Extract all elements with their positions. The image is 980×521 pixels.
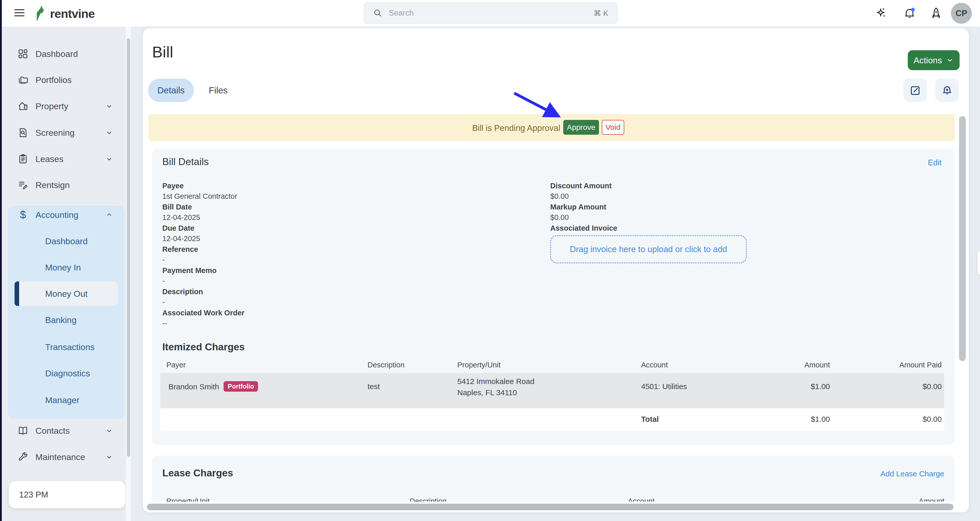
field-value: $0.00	[550, 192, 569, 200]
sidebar-item-money-in[interactable]: Money In	[8, 255, 125, 280]
sidebar-item-dashboard[interactable]: Dashboard	[8, 41, 125, 67]
add-reminder-button[interactable]	[935, 79, 959, 102]
field-label: Reference	[162, 245, 198, 254]
note-pencil-icon	[909, 84, 921, 97]
dashboard-icon	[17, 48, 29, 60]
row-amount: $1.00	[811, 382, 830, 391]
maintenance-wrench-icon	[17, 451, 29, 463]
sidebar-item-accounting[interactable]: $ Accounting	[8, 202, 125, 227]
row-payer: Brandon SmithPortfolio	[169, 381, 258, 392]
row-property-line2: Naples, FL 34110	[457, 388, 517, 397]
sidebar-item-maintenance[interactable]: Maintenance	[8, 444, 125, 470]
field-label: Associated Invoice	[550, 224, 617, 232]
sidebar-item-portfolios[interactable]: Portfolios	[8, 67, 125, 93]
field-value: --	[162, 319, 167, 327]
tab-details-label: Details	[158, 85, 185, 95]
tab-details[interactable]: Details	[148, 79, 194, 102]
chevron-down-icon	[105, 155, 114, 163]
bell-plus-icon	[941, 84, 953, 97]
field-label: Bill Date	[162, 203, 192, 211]
row-description: test	[368, 382, 380, 391]
field-label: Payee	[162, 182, 184, 190]
rentvine-logo-icon	[36, 6, 48, 21]
payer-name: Brandon Smith	[169, 383, 219, 391]
sidebar-label: Accounting	[35, 210, 105, 220]
search-input[interactable]	[388, 8, 593, 18]
column-header-description: Description	[368, 361, 404, 369]
sidebar-item-contacts[interactable]: Contacts	[8, 418, 125, 443]
sidebar-label: Rentsign	[35, 180, 125, 190]
edit-bill-link[interactable]: Edit	[928, 158, 942, 167]
sidebar-item-transactions[interactable]: Transactions	[8, 334, 125, 360]
rentvine-logo-text: rentvine	[50, 6, 95, 21]
sidebar-label: Property	[35, 101, 105, 111]
global-search: ⌘ K	[364, 2, 617, 24]
row-account: 4501: Utilities	[641, 382, 687, 391]
tab-files-label: Files	[209, 85, 228, 95]
leases-icon	[17, 153, 29, 165]
void-button[interactable]: Void	[602, 120, 624, 135]
add-lease-charge-link[interactable]: Add Lease Charge	[880, 469, 944, 478]
vertical-scrollbar-thumb[interactable]	[959, 116, 966, 361]
sidebar-label: Dashboard	[35, 49, 125, 59]
whats-new-rocket-button[interactable]	[929, 6, 943, 20]
ai-sparkles-button[interactable]	[876, 7, 889, 20]
notifications-bell-button[interactable]	[903, 6, 916, 20]
sidebar-item-manager[interactable]: Manager	[8, 387, 125, 413]
chevron-down-icon	[105, 102, 114, 111]
search-icon	[373, 8, 383, 18]
itemized-charges-heading: Itemized Charges	[162, 342, 245, 353]
window-edge-strip	[0, 0, 2, 521]
page-title: Bill	[152, 43, 173, 61]
sidebar-item-leases[interactable]: Leases	[8, 146, 125, 172]
invoice-upload-dropzone[interactable]: Drag invoice here to upload or click to …	[550, 235, 747, 263]
field-value: 1st General Contractor	[162, 192, 237, 200]
upload-text: Drag invoice here to upload or click to …	[570, 245, 727, 254]
horizontal-scrollbar-thumb[interactable]	[147, 504, 953, 510]
sidebar-item-banking[interactable]: Banking	[8, 307, 125, 333]
sidebar-scrollbar-thumb[interactable]	[127, 38, 130, 457]
rentsign-icon	[17, 179, 29, 191]
tab-files[interactable]: Files	[203, 79, 234, 102]
total-amount-paid: $0.00	[923, 415, 942, 424]
portfolios-icon	[17, 74, 29, 86]
chevron-down-icon	[105, 128, 114, 137]
sidebar-item-diagnostics[interactable]: Diagnostics	[8, 361, 125, 386]
portfolio-badge: Portfolio	[224, 381, 258, 392]
field-label: Payment Memo	[162, 266, 217, 275]
edge-widget-handle[interactable]	[977, 251, 980, 275]
column-header-amount: Amount	[804, 361, 830, 369]
actions-button[interactable]: Actions	[908, 50, 959, 70]
add-note-button[interactable]	[904, 79, 927, 102]
field-value: 12-04-2025	[162, 213, 200, 222]
column-header-account: Account	[641, 361, 668, 369]
app-root: rentvine ⌘ K	[0, 0, 980, 521]
sidebar-label: Leases	[35, 154, 105, 164]
column-header-property: Property/Unit	[457, 361, 501, 369]
sidebar-label: Maintenance	[35, 452, 105, 462]
sidebar-item-money-out[interactable]: Money Out	[8, 281, 125, 307]
contacts-icon	[17, 425, 29, 437]
sidebar-sublabel: Manager	[45, 395, 80, 405]
user-avatar[interactable]: CP	[951, 3, 972, 24]
field-value: -	[162, 277, 165, 285]
chevron-down-icon	[105, 426, 114, 435]
accounting-dollar-icon: $	[17, 209, 29, 221]
row-amount-paid: $0.00	[923, 382, 942, 391]
chevron-down-icon	[946, 56, 954, 64]
field-value: 12-04-2025	[162, 235, 200, 243]
chevron-up-icon	[105, 211, 114, 219]
property-icon	[17, 100, 29, 112]
avatar-initials: CP	[956, 8, 967, 18]
sidebar-label: Contacts	[35, 426, 105, 436]
sidebar-item-screening[interactable]: Screening	[8, 120, 125, 145]
time-display: 123 PM	[19, 490, 48, 500]
actions-label: Actions	[914, 56, 942, 65]
bill-details-heading: Bill Details	[162, 156, 209, 167]
sidebar-label: Portfolios	[35, 75, 125, 85]
sidebar-item-property[interactable]: Property	[8, 94, 125, 119]
sidebar-item-accounting-dashboard[interactable]: Dashboard	[8, 228, 125, 254]
sidebar-item-rentsign[interactable]: Rentsign	[8, 172, 125, 198]
hamburger-menu-icon[interactable]	[14, 7, 24, 18]
field-label: Markup Amount	[550, 203, 606, 211]
